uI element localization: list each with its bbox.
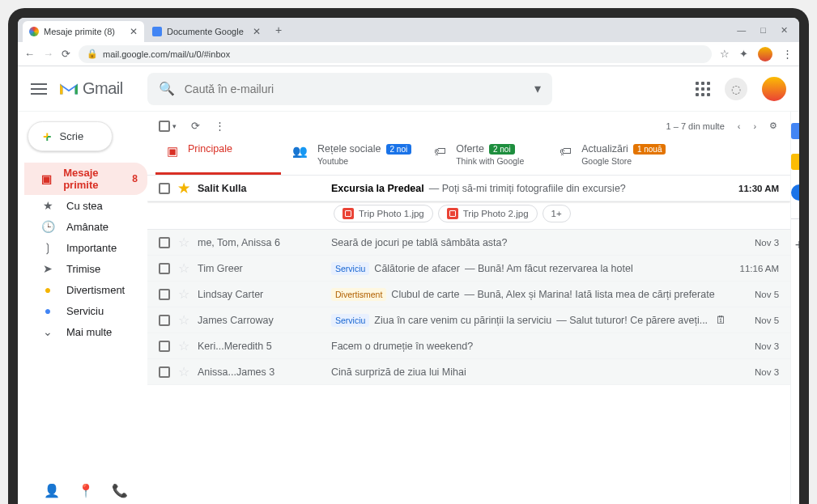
sidebar-item-serviciu[interactable]: ●Serviciu bbox=[24, 300, 147, 321]
lock-icon: 🔒 bbox=[87, 49, 98, 59]
forward-icon[interactable]: → bbox=[43, 48, 53, 60]
browser-tab[interactable]: Documente Google ✕ bbox=[146, 21, 267, 42]
folder-icon: ● bbox=[40, 304, 55, 317]
category-tabs: ▣Principale👥Rețele sociale2 noiYoutube🏷O… bbox=[147, 135, 790, 176]
search-input[interactable] bbox=[185, 83, 525, 95]
search-box[interactable]: 🔍 ▾ bbox=[147, 73, 552, 105]
image-icon bbox=[447, 208, 458, 219]
row-checkbox[interactable] bbox=[159, 289, 170, 300]
nav-count: 8 bbox=[132, 173, 138, 184]
category-label: Rețele sociale bbox=[317, 143, 381, 155]
reload-icon[interactable]: ⟳ bbox=[62, 48, 70, 60]
star-icon[interactable]: ☆ bbox=[720, 48, 730, 60]
nav-label: Mai multe bbox=[66, 326, 112, 338]
star-icon[interactable]: ☆ bbox=[178, 312, 189, 328]
category-label: Principale bbox=[188, 143, 232, 155]
compose-button[interactable]: + Scrie bbox=[28, 121, 113, 151]
email-row[interactable]: ☆James CarrowayServiciuZiua în care veni… bbox=[147, 307, 790, 333]
search-options-icon[interactable]: ▾ bbox=[534, 81, 541, 96]
sidebar-item-mai-multe[interactable]: ⌄Mai multe bbox=[24, 321, 147, 342]
side-panel: + bbox=[790, 112, 807, 504]
star-icon[interactable]: ☆ bbox=[178, 286, 189, 302]
star-icon[interactable]: ☆ bbox=[178, 260, 189, 276]
prev-page-icon[interactable]: ‹ bbox=[738, 121, 741, 131]
address-bar[interactable]: 🔒 mail.google.com/mail/u/0/#inbox bbox=[79, 45, 712, 63]
notifications-icon[interactable]: ◌ bbox=[725, 78, 747, 100]
star-icon[interactable]: ☆ bbox=[178, 338, 189, 354]
mail-date: Nov 3 bbox=[734, 341, 779, 351]
browser-tab-active[interactable]: Mesaje primite (8) ✕ bbox=[23, 21, 144, 42]
close-icon[interactable]: ✕ bbox=[253, 26, 261, 37]
add-addon-icon[interactable]: + bbox=[795, 237, 804, 254]
folder-icon: ▣ bbox=[40, 172, 52, 185]
refresh-icon[interactable]: ⟳ bbox=[191, 120, 200, 132]
category-tab-oferte[interactable]: 🏷Oferte2 noiThink with Google bbox=[423, 135, 548, 175]
maximize-icon[interactable]: □ bbox=[760, 25, 766, 36]
mail-label: Serviciu bbox=[331, 314, 369, 327]
mail-label: Divertisment bbox=[331, 288, 386, 301]
gmail-header: Gmail 🔍 ▾ ◌ bbox=[18, 66, 799, 112]
close-window-icon[interactable]: ✕ bbox=[781, 25, 788, 36]
star-icon[interactable]: ★ bbox=[178, 180, 189, 196]
email-row[interactable]: ★Salit KullaExcursia la Predeal — Poți s… bbox=[147, 176, 790, 201]
back-icon[interactable]: ← bbox=[24, 48, 35, 60]
row-checkbox[interactable] bbox=[159, 366, 170, 378]
category-tab-rețele-sociale[interactable]: 👥Rețele sociale2 noiYoutube bbox=[281, 135, 423, 175]
attachment-chip[interactable]: 1+ bbox=[543, 205, 571, 222]
sidebar-item-trimise[interactable]: ➤Trimise bbox=[24, 258, 147, 279]
minimize-icon[interactable]: — bbox=[737, 25, 746, 36]
mail-toolbar: ▾ ⟳ ⋮ 1 – 7 din multe ‹ › ⚙ bbox=[147, 112, 790, 135]
mail-date: 11:30 AM bbox=[734, 184, 779, 193]
row-checkbox[interactable] bbox=[159, 341, 170, 352]
browser-tab-strip: Mesaje primite (8) ✕ Documente Google ✕ … bbox=[18, 18, 799, 42]
sidebar-item-amânate[interactable]: 🕒Amânate bbox=[24, 216, 147, 237]
nav-label: Trimise bbox=[66, 263, 100, 275]
mail-subject: Excursia la Predeal bbox=[331, 183, 424, 194]
person-icon[interactable]: 👤 bbox=[44, 483, 60, 498]
row-checkbox[interactable] bbox=[159, 183, 170, 194]
category-tab-actualizări[interactable]: 🏷Actualizări1 nouăGoogle Store bbox=[548, 135, 677, 175]
close-icon[interactable]: ✕ bbox=[130, 26, 138, 37]
phone-icon[interactable]: 📞 bbox=[112, 483, 128, 498]
hangouts-icon[interactable]: 📍 bbox=[78, 483, 94, 498]
next-page-icon[interactable]: › bbox=[753, 121, 756, 131]
sidebar-item-divertisment[interactable]: ●Divertisment bbox=[24, 279, 147, 300]
profile-avatar[interactable] bbox=[758, 47, 772, 61]
sidebar-item-mesaje-primite[interactable]: ▣Mesaje primite8 bbox=[24, 163, 147, 195]
row-checkbox[interactable] bbox=[159, 237, 170, 248]
sidebar-item-importante[interactable]: ❳Importante bbox=[24, 237, 147, 258]
settings-icon[interactable]: ⚙ bbox=[769, 121, 777, 131]
apps-icon[interactable] bbox=[696, 82, 710, 96]
menu-icon[interactable] bbox=[31, 83, 47, 95]
star-icon[interactable]: ☆ bbox=[178, 235, 189, 250]
url-text: mail.google.com/mail/u/0/#inbox bbox=[103, 49, 230, 59]
compose-label: Scrie bbox=[60, 130, 84, 142]
more-icon[interactable]: ⋮ bbox=[215, 120, 225, 132]
kebab-icon[interactable]: ⋮ bbox=[782, 48, 793, 60]
category-badge: 2 noi bbox=[386, 144, 412, 155]
email-row[interactable]: ☆Lindsay CarterDivertismentClubul de car… bbox=[147, 282, 790, 307]
new-tab-button[interactable]: + bbox=[269, 20, 288, 40]
gmail-logo-text: Gmail bbox=[83, 79, 123, 98]
category-badge: 1 nouă bbox=[633, 144, 666, 155]
account-avatar[interactable] bbox=[762, 77, 786, 101]
keep-icon[interactable] bbox=[791, 154, 807, 170]
attachment-chip[interactable]: Trip Photo 2.jpg bbox=[438, 205, 538, 222]
email-row[interactable]: ☆me, Tom, Anissa 6Seară de jocuri pe tab… bbox=[147, 230, 790, 256]
category-icon: 🏷 bbox=[434, 144, 446, 158]
tasks-icon[interactable] bbox=[791, 184, 807, 201]
star-icon[interactable]: ☆ bbox=[178, 364, 189, 379]
select-all[interactable]: ▾ bbox=[159, 121, 177, 132]
email-row[interactable]: ☆Anissa...James 3Cină surpriză de ziua l… bbox=[147, 359, 790, 385]
category-badge: 2 noi bbox=[489, 144, 515, 155]
calendar-icon[interactable] bbox=[791, 123, 807, 139]
search-icon: 🔍 bbox=[159, 81, 175, 96]
category-tab-principale[interactable]: ▣Principale bbox=[155, 135, 281, 175]
attachment-chip[interactable]: Trip Photo 1.jpg bbox=[334, 205, 433, 222]
sidebar-item-cu-stea[interactable]: ★Cu stea bbox=[24, 195, 147, 216]
row-checkbox[interactable] bbox=[159, 263, 170, 274]
extension-icon[interactable]: ✦ bbox=[739, 48, 748, 60]
row-checkbox[interactable] bbox=[159, 315, 170, 326]
email-row[interactable]: ☆Tim GreerServiciuCălătorie de afacer — … bbox=[147, 256, 790, 282]
email-row[interactable]: ☆Keri...Meredith 5Facem o drumeție în we… bbox=[147, 333, 790, 359]
